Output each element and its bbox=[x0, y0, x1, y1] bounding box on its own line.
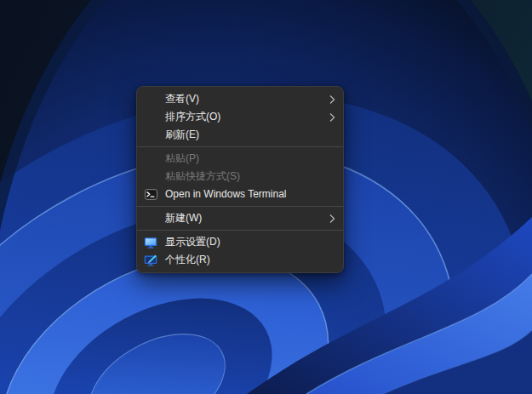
menu-item-label: Open in Windows Terminal bbox=[165, 186, 287, 203]
menu-item-label: 粘贴(P) bbox=[165, 150, 199, 168]
menu-item-open-terminal[interactable]: Open in Windows Terminal bbox=[137, 186, 343, 203]
chevron-right-icon bbox=[329, 214, 335, 223]
menu-item-label: 新建(W) bbox=[165, 209, 202, 227]
menu-item-personalize[interactable]: 个性化(R) bbox=[137, 251, 343, 269]
chevron-right-icon bbox=[329, 112, 335, 122]
menu-item-display-settings[interactable]: 显示设置(D) bbox=[137, 233, 343, 251]
menu-item-sort-by[interactable]: 排序方式(O) bbox=[137, 108, 343, 126]
menu-separator bbox=[137, 146, 343, 147]
menu-item-label: 刷新(E) bbox=[165, 126, 199, 144]
chevron-right-icon bbox=[329, 94, 335, 104]
windows-terminal-icon bbox=[144, 188, 157, 202]
menu-item-label: 查看(V) bbox=[165, 90, 199, 108]
menu-item-paste-shortcut: 粘贴快捷方式(S) bbox=[137, 168, 343, 186]
menu-item-new[interactable]: 新建(W) bbox=[137, 209, 343, 227]
personalization-icon bbox=[144, 254, 157, 267]
menu-separator bbox=[137, 230, 343, 231]
menu-item-paste: 粘贴(P) bbox=[137, 150, 343, 168]
menu-item-refresh[interactable]: 刷新(E) bbox=[137, 126, 343, 144]
display-settings-icon bbox=[144, 236, 157, 249]
desktop-context-menu: 查看(V) 排序方式(O) 刷新(E) 粘贴(P) 粘贴快捷方式(S) Open… bbox=[136, 86, 344, 273]
menu-item-view[interactable]: 查看(V) bbox=[137, 90, 343, 108]
menu-item-label: 个性化(R) bbox=[165, 251, 210, 269]
menu-item-label: 粘贴快捷方式(S) bbox=[165, 168, 240, 186]
menu-item-label: 排序方式(O) bbox=[165, 108, 220, 126]
menu-separator bbox=[137, 206, 343, 207]
menu-item-label: 显示设置(D) bbox=[165, 233, 220, 251]
